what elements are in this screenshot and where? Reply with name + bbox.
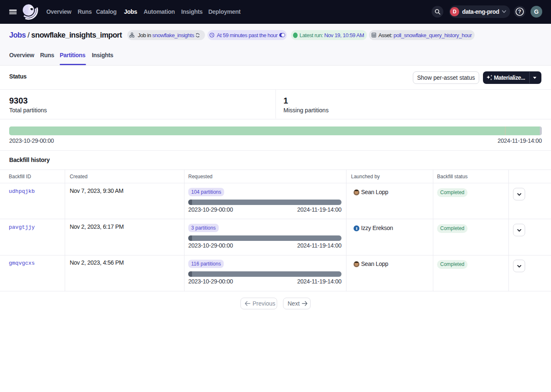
svg-text:?: ?	[518, 9, 521, 15]
